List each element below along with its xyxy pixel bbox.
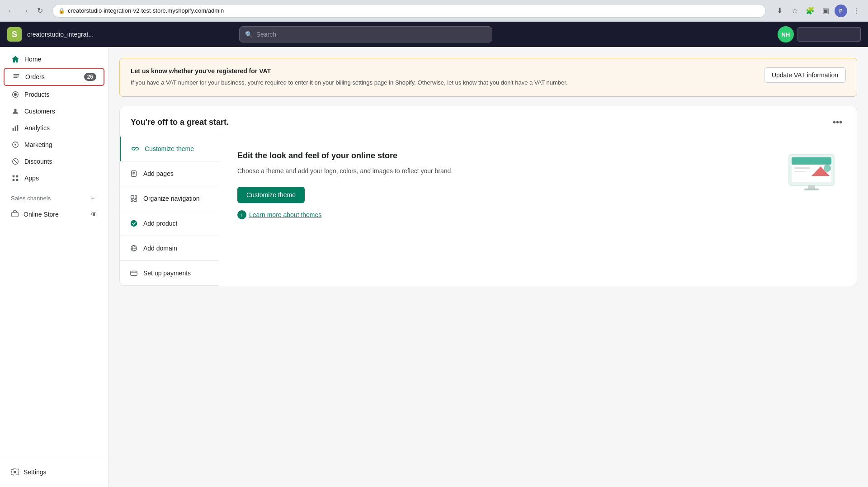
sidebar: Home Orders 26 Click on the orders page bbox=[0, 47, 108, 487]
step-add-pages[interactable]: Add pages bbox=[120, 161, 219, 186]
topbar: S creatorstudio_integrat... 🔍 NH bbox=[0, 22, 868, 47]
sidebar-nav: Home Orders 26 Click on the orders page bbox=[0, 47, 108, 457]
add-sales-channel-button[interactable]: ＋ bbox=[88, 194, 97, 203]
app-shell: S creatorstudio_integrat... 🔍 NH Home bbox=[0, 22, 868, 487]
link-icon bbox=[130, 144, 140, 154]
orders-icon bbox=[12, 72, 21, 81]
vat-text: If you have a VAT number for your busine… bbox=[131, 78, 757, 87]
more-icon[interactable]: ⋮ bbox=[850, 5, 863, 17]
step-detail-panel: Edit the look and feel of your online st… bbox=[219, 137, 857, 286]
svg-rect-16 bbox=[16, 175, 19, 178]
download-icon[interactable]: ⬇ bbox=[773, 5, 786, 17]
more-options-button[interactable]: ••• bbox=[829, 115, 846, 129]
sidebar-item-discounts[interactable]: Discounts bbox=[4, 153, 104, 170]
search-input[interactable] bbox=[256, 31, 486, 38]
pages-icon bbox=[129, 169, 139, 179]
svg-rect-17 bbox=[13, 179, 15, 181]
sidebar-bottom: Settings bbox=[0, 457, 108, 487]
step-add-domain[interactable]: Add domain bbox=[120, 236, 219, 261]
discounts-icon bbox=[11, 157, 20, 166]
sidebar-item-online-store[interactable]: Online Store 👁 bbox=[4, 207, 104, 222]
step-detail-text: Choose a theme and add your logo, colors… bbox=[237, 166, 770, 176]
sidebar-toggle-icon[interactable]: ▣ bbox=[819, 5, 832, 17]
svg-rect-31 bbox=[131, 271, 137, 275]
sidebar-item-apps[interactable]: Apps bbox=[4, 170, 104, 186]
bookmark-icon[interactable]: ☆ bbox=[788, 5, 801, 17]
visibility-icon[interactable]: 👁 bbox=[91, 211, 97, 218]
browser-chrome: ← → ↻ 🔒 creatorstudio-integration-v2-tes… bbox=[0, 0, 868, 22]
start-card-title: You're off to a great start. bbox=[131, 118, 229, 127]
main-layout: Home Orders 26 Click on the orders page bbox=[0, 47, 868, 487]
sidebar-item-settings[interactable]: Settings bbox=[4, 464, 104, 480]
learn-more-label: Learn more about themes bbox=[249, 211, 321, 218]
online-store-label: Online Store bbox=[24, 211, 59, 218]
theme-illustration bbox=[784, 151, 839, 196]
orders-label: Orders bbox=[25, 73, 45, 80]
marketing-icon bbox=[11, 140, 20, 149]
svg-rect-1 bbox=[14, 76, 19, 76]
svg-rect-2 bbox=[14, 77, 18, 78]
svg-rect-41 bbox=[804, 189, 819, 190]
start-card: You're off to a great start. ••• Customi… bbox=[119, 106, 857, 286]
sidebar-item-home[interactable]: Home bbox=[4, 51, 104, 67]
svg-rect-24 bbox=[131, 195, 134, 198]
svg-rect-25 bbox=[131, 199, 133, 201]
vat-update-button[interactable]: Update VAT information bbox=[764, 67, 846, 83]
svg-rect-26 bbox=[134, 199, 137, 201]
svg-point-5 bbox=[14, 109, 16, 111]
topbar-right: NH bbox=[778, 26, 861, 43]
sales-channels-label: Sales channels bbox=[11, 195, 51, 202]
add-pages-label: Add pages bbox=[143, 170, 174, 177]
home-label: Home bbox=[24, 56, 41, 63]
customers-label: Customers bbox=[24, 108, 55, 115]
sidebar-item-customers[interactable]: Customers bbox=[4, 103, 104, 119]
topbar-search[interactable]: 🔍 bbox=[239, 26, 492, 43]
step-add-product[interactable]: Add product bbox=[120, 211, 219, 236]
svg-rect-36 bbox=[794, 167, 810, 169]
step-organize-navigation[interactable]: Organize navigation bbox=[120, 186, 219, 211]
customize-theme-label: Customize theme bbox=[145, 145, 194, 152]
forward-button[interactable]: → bbox=[20, 5, 31, 16]
customers-icon bbox=[11, 107, 20, 116]
search-icon: 🔍 bbox=[245, 31, 253, 38]
url-bar[interactable]: 🔒 creatorstudio-integration-v2-test-stor… bbox=[52, 4, 766, 18]
refresh-button[interactable]: ↻ bbox=[34, 5, 45, 16]
sales-channels-section: Sales channels ＋ bbox=[4, 190, 104, 206]
url-text: creatorstudio-integration-v2-test-store.… bbox=[68, 7, 224, 14]
svg-rect-15 bbox=[13, 175, 15, 178]
globe-icon bbox=[129, 243, 139, 253]
info-icon: i bbox=[237, 210, 246, 219]
topbar-extra-field[interactable] bbox=[797, 27, 861, 42]
step-customize-theme[interactable]: Customize theme bbox=[120, 137, 219, 161]
sidebar-item-analytics[interactable]: Analytics bbox=[4, 120, 104, 136]
vat-banner: Let us know whether you've registered fo… bbox=[119, 58, 857, 97]
svg-rect-37 bbox=[794, 171, 806, 172]
extensions-icon[interactable]: 🧩 bbox=[804, 5, 816, 17]
browser-profile-avatar[interactable]: P bbox=[835, 5, 847, 17]
back-button[interactable]: ← bbox=[5, 5, 16, 16]
customize-theme-button[interactable]: Customize theme bbox=[237, 187, 305, 203]
home-icon bbox=[11, 55, 20, 64]
analytics-icon bbox=[11, 123, 20, 132]
orders-badge: 26 bbox=[84, 73, 96, 81]
steps-list: Customize theme Add pages bbox=[120, 137, 219, 286]
products-label: Products bbox=[24, 91, 49, 98]
svg-point-10 bbox=[14, 144, 16, 146]
step-set-up-payments[interactable]: Set up payments bbox=[120, 261, 219, 286]
user-avatar[interactable]: NH bbox=[778, 26, 794, 43]
learn-more-link[interactable]: i Learn more about themes bbox=[237, 210, 770, 219]
svg-rect-6 bbox=[13, 128, 14, 131]
add-product-label: Add product bbox=[143, 220, 178, 227]
svg-point-4 bbox=[14, 93, 17, 96]
sidebar-item-orders[interactable]: Orders 26 Click on the orders page bbox=[4, 68, 104, 86]
online-store-icon bbox=[11, 210, 19, 218]
apps-icon bbox=[11, 174, 20, 183]
vat-title: Let us know whether you've registered fo… bbox=[131, 67, 757, 75]
store-name: creatorstudio_integrat... bbox=[27, 31, 94, 38]
content-area: Let us know whether you've registered fo… bbox=[108, 47, 868, 487]
steps-container: Customize theme Add pages bbox=[120, 137, 857, 286]
sidebar-item-marketing[interactable]: Marketing bbox=[4, 137, 104, 153]
lock-icon: 🔒 bbox=[58, 8, 65, 14]
svg-point-28 bbox=[131, 220, 137, 226]
sidebar-item-products[interactable]: Products bbox=[4, 86, 104, 103]
